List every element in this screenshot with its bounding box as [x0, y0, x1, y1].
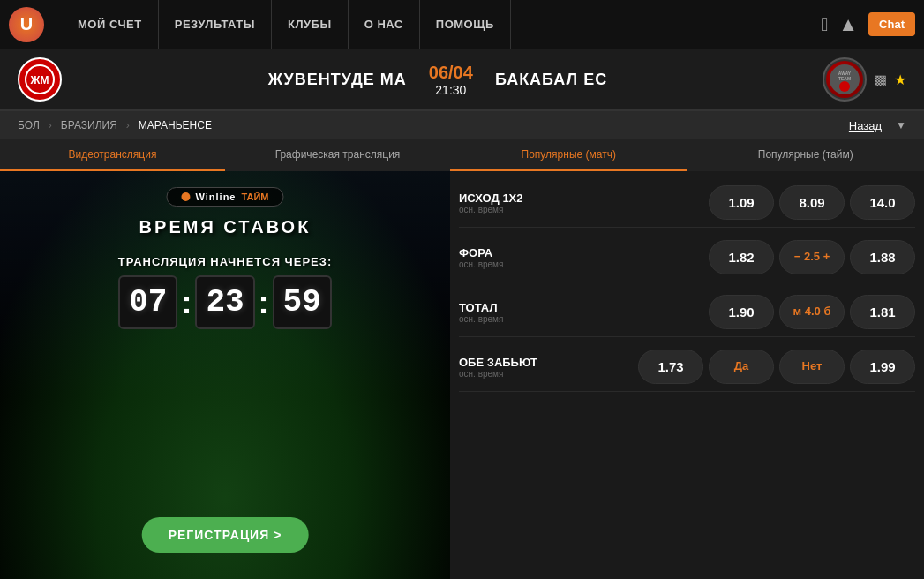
back-button[interactable]: Назад [849, 119, 882, 132]
main-content: Видеотрансляция Графическая трансляция W… [0, 139, 924, 579]
nav-help[interactable]: ПОМОЩЬ [420, 0, 511, 49]
match-time: 21:30 [429, 83, 473, 97]
match-header: ЖМ ЖУВЕНТУДЕ МА 06/04 21:30 БАКАБАЛ ЕС A… [0, 49, 924, 111]
winline-taym-text: ТАЙМ [241, 192, 268, 202]
bet-label-main-obe: ОБЕ ЗАБЬЮТ [459, 356, 538, 369]
betting-table: ИСХОД 1X2осн. время1.098.0914.0ФОРАосн. … [450, 171, 924, 579]
bet-label-iskhod: ИСХОД 1X2осн. время [459, 192, 538, 214]
match-info: ЖУВЕНТУДЕ МА 06/04 21:30 БАКАБАЛ ЕС [62, 63, 814, 97]
timer-display: 07 : 23 : 59 [118, 275, 332, 329]
svg-point-5 [839, 81, 850, 92]
top-navigation: U МОЙ СЧЕТ РЕЗУЛЬТАТЫ КЛУБЫ О НАС ПОМОЩЬ… [0, 0, 924, 49]
timer-colon-1: : [181, 287, 192, 319]
bet-row-total: ТОТАЛосн. время1.90м 4.0 б1.81 [459, 288, 915, 337]
countdown-timer: 07 : 23 : 59 [0, 275, 450, 329]
bet-buttons-total: 1.90м 4.0 б1.81 [544, 295, 915, 329]
android-icon[interactable]: ▲ [838, 13, 858, 36]
winline-text: Winline [195, 192, 236, 202]
bet-label-sub-obe: осн. время [459, 369, 538, 379]
chevron-down-icon[interactable]: ▼ [896, 119, 906, 132]
bet-btn-fora-1[interactable]: − 2.5 + [779, 240, 845, 274]
nav-results[interactable]: РЕЗУЛЬТАТЫ [159, 0, 272, 49]
home-team-name: ЖУВЕНТУДЕ МА [268, 71, 407, 89]
nav-right-icons:  ▲ Chat [821, 12, 915, 36]
bet-btn-obe-2[interactable]: Нет [779, 350, 845, 384]
tab-video-broadcast[interactable]: Видеотрансляция [0, 139, 225, 171]
bet-btn-iskhod-2[interactable]: 14.0 [850, 185, 915, 220]
bet-buttons-fora: 1.82− 2.5 +1.88 [544, 240, 915, 274]
svg-text:ЖМ: ЖМ [30, 74, 49, 86]
bet-label-fora: ФОРАосн. время [459, 246, 538, 269]
timer-seconds: 59 [273, 275, 332, 329]
bet-btn-obe-3[interactable]: 1.99 [850, 350, 915, 384]
bet-label-sub-iskhod: осн. время [459, 205, 538, 214]
site-logo[interactable]: U [9, 7, 44, 42]
bet-row-obe: ОБЕ ЗАБЬЮТосн. время1.73ДаНет1.99 [459, 342, 915, 392]
breadcrumb-sep2: › [126, 119, 130, 132]
away-team-logo: AWAY TEAM [823, 57, 867, 102]
bet-label-main-total: ТОТАЛ [459, 301, 538, 314]
bet-row-fora: ФОРАосн. время1.82− 2.5 +1.88 [459, 233, 915, 282]
breadcrumb-country[interactable]: БРАЗИЛИЯ [61, 119, 117, 132]
timer-minutes: 23 [195, 275, 254, 329]
breadcrumb: БОЛ › БРАЗИЛИЯ › МАРАНЬЕНСЕ Назад ▼ [0, 111, 924, 139]
match-date: 06/04 [429, 63, 473, 83]
broadcast-title: ВРЕМЯ СТАВОК [139, 217, 312, 237]
bet-btn-fora-2[interactable]: 1.88 [850, 240, 915, 274]
tab-popular-match[interactable]: Популярные (матч) [450, 139, 687, 171]
bet-label-obe: ОБЕ ЗАБЬЮТосн. время [459, 356, 538, 379]
breadcrumb-sep1: › [49, 119, 52, 132]
nav-clubs[interactable]: КЛУБЫ [272, 0, 349, 49]
breadcrumb-league: МАРАНЬЕНСЕ [139, 119, 212, 132]
away-team-logo-inner: AWAY TEAM [826, 61, 863, 98]
svg-text:TEAM: TEAM [838, 76, 851, 81]
left-panel: Видеотрансляция Графическая трансляция W… [0, 139, 450, 579]
bet-label-main-fora: ФОРА [459, 246, 538, 259]
winline-dot [181, 192, 190, 201]
timer-colon-2: : [259, 287, 269, 319]
bet-label-main-iskhod: ИСХОД 1X2 [459, 192, 538, 205]
nav-about[interactable]: О НАС [349, 0, 420, 49]
nav-links: МОЙ СЧЕТ РЕЗУЛЬТАТЫ КЛУБЫ О НАС ПОМОЩЬ [62, 0, 821, 49]
tab-popular-time[interactable]: Популярные (тайм) [687, 139, 925, 171]
home-team-logo: ЖМ [18, 57, 62, 102]
bet-label-total: ТОТАЛосн. время [459, 301, 538, 324]
match-date-block: 06/04 21:30 [429, 63, 473, 97]
winline-badge: Winline ТАЙМ [166, 187, 283, 207]
bet-buttons-iskhod: 1.098.0914.0 [544, 185, 915, 220]
nav-my-account[interactable]: МОЙ СЧЕТ [62, 0, 159, 49]
bet-btn-obe-1[interactable]: Да [709, 350, 774, 384]
tab-graphic-broadcast[interactable]: Графическая трансляция [225, 139, 450, 171]
register-button[interactable]: РЕГИСТРАЦИЯ > [142, 517, 309, 553]
left-tab-bar: Видеотрансляция Графическая трансляция [0, 139, 450, 171]
bet-btn-total-2[interactable]: 1.81 [850, 295, 915, 329]
apple-icon[interactable]:  [821, 13, 828, 36]
breadcrumb-sport[interactable]: БОЛ [18, 119, 40, 132]
bet-label-sub-fora: осн. время [459, 259, 538, 269]
bet-buttons-obe: 1.73ДаНет1.99 [544, 350, 915, 384]
bet-btn-fora-0[interactable]: 1.82 [709, 240, 774, 274]
bet-row-iskhod: ИСХОД 1X2осн. время1.098.0914.0 [459, 178, 915, 228]
breadcrumb-right: Назад ▼ [845, 119, 911, 132]
chat-button[interactable]: Chat [868, 12, 915, 36]
favorite-star-icon[interactable]: ★ [894, 71, 906, 88]
right-panel: Популярные (матч) Популярные (тайм) ИСХО… [450, 139, 924, 579]
match-extra-icons: AWAY TEAM ▩ ★ [823, 57, 906, 102]
bet-btn-obe-0[interactable]: 1.73 [638, 350, 703, 384]
away-team-name: БАКАБАЛ ЕС [495, 71, 607, 89]
bet-btn-total-1[interactable]: м 4.0 б [779, 295, 845, 329]
bet-btn-iskhod-0[interactable]: 1.09 [709, 185, 774, 220]
video-area: Winline ТАЙМ ВРЕМЯ СТАВОК ТРАНСЛЯЦИЯ НАЧ… [0, 171, 450, 579]
bet-btn-iskhod-1[interactable]: 8.09 [779, 185, 845, 220]
timer-hours: 07 [118, 275, 177, 329]
right-tab-bar: Популярные (матч) Популярные (тайм) [450, 139, 924, 171]
stats-icon[interactable]: ▩ [874, 71, 887, 88]
bet-label-sub-total: осн. время [459, 314, 538, 324]
countdown-label: ТРАНСЛЯЦИЯ НАЧНЕТСЯ ЧЕРЕЗ: [0, 255, 450, 268]
bet-btn-total-0[interactable]: 1.90 [709, 295, 774, 329]
